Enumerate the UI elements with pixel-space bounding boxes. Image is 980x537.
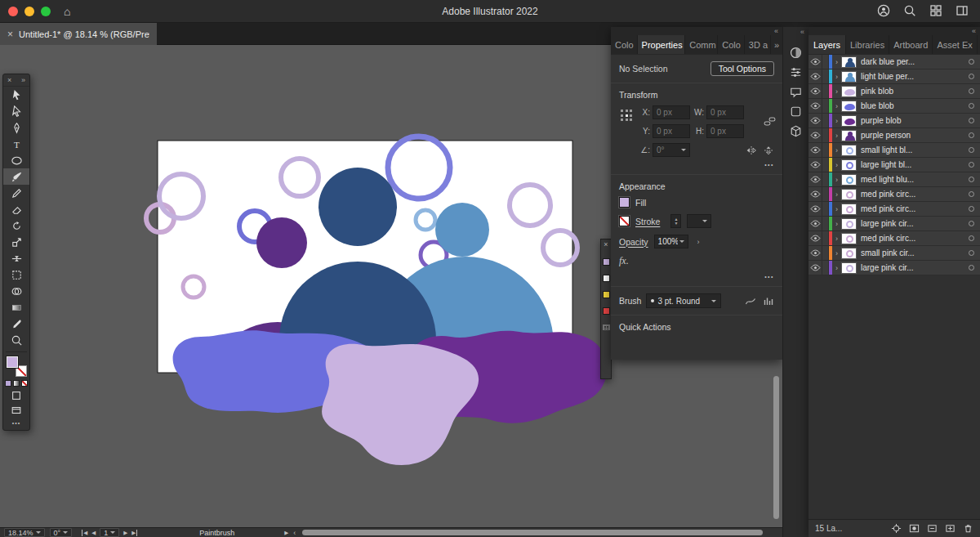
layer-target-circle[interactable] [969,132,974,138]
brush-libraries-icon[interactable] [763,296,774,307]
expand-chevron-icon[interactable]: › [832,235,841,243]
visibility-eye-icon[interactable] [808,231,822,245]
tool-selection[interactable] [3,87,29,103]
layer-row[interactable]: › dark blue per... [808,55,980,69]
tool-gradient[interactable] [3,299,29,315]
collapse-dock-icon[interactable]: « [972,28,976,35]
appearance-more-options-icon[interactable]: ••• [619,274,774,280]
h-input[interactable]: 0 px [706,124,744,138]
layer-row[interactable]: › blue blob [808,99,980,114]
rotation-select[interactable]: 0° [50,528,73,537]
lock-column[interactable] [822,143,829,157]
tool-ellipse[interactable] [3,152,29,168]
tool-rotate[interactable] [3,217,29,234]
expand-chevron-icon[interactable]: › [832,117,841,125]
layer-target-circle[interactable] [969,147,974,153]
tool-free-transform[interactable] [3,266,29,283]
swatch[interactable] [603,291,610,298]
layer-row[interactable]: › pink blob [808,84,980,99]
last-artboard-icon[interactable]: ▶ [131,530,137,536]
opacity-link[interactable]: Opacity [619,237,648,247]
reference-point-grid[interactable] [621,110,632,121]
layer-target-circle[interactable] [969,206,974,212]
close-swatches-icon[interactable]: × [601,239,611,249]
first-artboard-icon[interactable]: ◀ [82,530,87,536]
expand-chevron-icon[interactable]: › [832,190,841,199]
layer-target-circle[interactable] [969,265,974,271]
layer-name[interactable]: pink blob [861,87,969,96]
account-icon[interactable] [877,4,890,19]
layer-thumbnail[interactable] [841,218,857,230]
layer-name[interactable]: blue blob [861,101,969,110]
new-layer-icon[interactable] [945,523,956,534]
color-mode-icon[interactable] [5,380,11,387]
layer-thumbnail[interactable] [841,262,857,274]
artboards-panel-icon[interactable] [786,101,806,121]
lock-column[interactable] [822,114,829,128]
expand-chevron-icon[interactable]: › [832,58,841,66]
expand-chevron-icon[interactable]: › [832,161,841,169]
document-tab[interactable]: × Untitled-1* @ 18.14 % (RGB/Preview) [0,23,157,45]
tab-3d-materials[interactable]: 3D a [745,35,771,54]
stroke-link[interactable]: Stroke [635,217,660,226]
layer-target-circle[interactable] [969,250,974,256]
layer-name[interactable]: med pink circ... [861,234,969,243]
tool-zoom[interactable] [3,332,29,348]
layer-name[interactable]: small pink cir... [861,248,969,257]
arrange-documents-icon[interactable] [956,4,969,19]
expand-chevron-icon[interactable]: › [832,220,841,228]
3d-materials-panel-icon[interactable] [786,121,806,141]
expand-chevron-icon[interactable]: › [832,146,841,154]
visibility-eye-icon[interactable] [808,217,822,230]
tab-libraries[interactable]: Libraries [846,35,889,54]
flip-vertical-icon[interactable] [763,145,774,155]
next-artboard-icon[interactable]: ▶ [123,530,127,536]
zoom-window-button[interactable] [41,7,51,16]
layer-target-circle[interactable] [969,191,974,197]
swatch[interactable] [603,258,610,266]
tab-properties[interactable]: Properties [638,35,686,54]
workspace-switcher-icon[interactable] [929,4,942,19]
layer-thumbnail[interactable] [841,130,857,141]
comments-panel-icon[interactable] [786,82,806,101]
layer-name[interactable]: med pink circ... [861,190,969,199]
expand-chevron-icon[interactable]: › [832,132,841,140]
zoom-level-select[interactable]: 18.14% [4,528,45,537]
swatch[interactable] [603,275,610,282]
opacity-expand-icon[interactable]: › [694,238,703,246]
lock-column[interactable] [822,128,829,142]
expand-chevron-icon[interactable]: › [832,205,841,213]
light-blue-person-head[interactable] [435,203,489,257]
layer-row[interactable]: › light blue per... [808,69,980,84]
tab-color[interactable]: Colo [611,35,638,54]
layer-row[interactable]: › med pink circ... [808,202,980,217]
layer-name[interactable]: dark blue per... [861,57,969,66]
layer-thumbnail[interactable] [841,248,857,259]
lock-column[interactable] [822,99,829,113]
scroll-left-icon[interactable]: ‹ [293,529,296,537]
layer-target-circle[interactable] [969,88,974,94]
visibility-eye-icon[interactable] [808,69,822,83]
effects-fx-button[interactable]: fx. [619,255,629,267]
dark-blue-person-head[interactable] [318,168,397,246]
pink-blob[interactable] [322,344,479,465]
layer-row[interactable]: › small light bl... [808,143,980,158]
visibility-eye-icon[interactable] [808,261,822,275]
layer-thumbnail[interactable] [841,204,857,215]
stroke-weight-select[interactable] [687,214,711,228]
layer-name[interactable]: purple blob [861,116,969,125]
status-menu-icon[interactable]: ▶ [284,530,288,536]
constrain-proportions-link-icon[interactable] [764,115,776,129]
delete-layer-icon[interactable] [963,523,973,534]
lock-column[interactable] [822,202,829,216]
tool-type[interactable]: T [3,136,29,152]
layer-thumbnail[interactable] [841,86,857,97]
transform-more-options-icon[interactable]: ••• [619,162,774,168]
tab-layers[interactable]: Layers [808,35,846,54]
edit-toolbar-icon[interactable]: ••• [3,420,29,426]
visibility-eye-icon[interactable] [808,187,822,201]
lock-column[interactable] [822,172,829,186]
purple-person-head[interactable] [256,217,307,268]
layer-name[interactable]: large light bl... [861,160,969,169]
layer-thumbnail[interactable] [841,159,857,171]
